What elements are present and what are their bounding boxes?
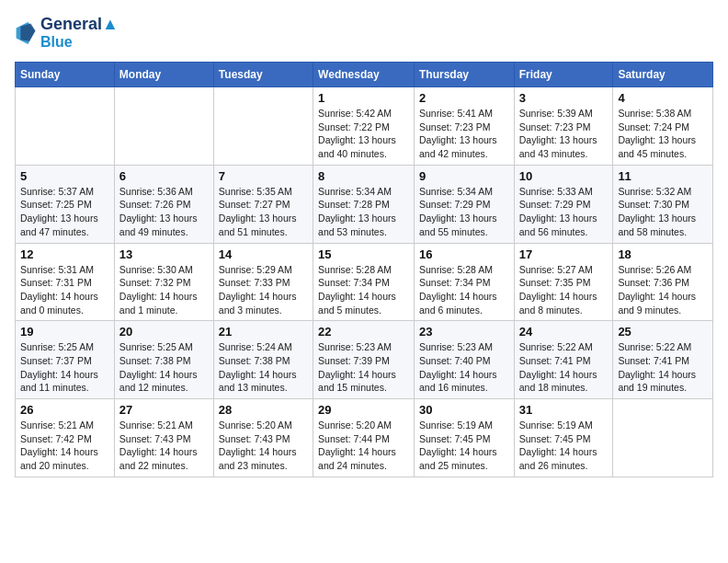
day-number: 1	[318, 91, 409, 105]
day-number: 16	[419, 247, 509, 261]
day-number: 31	[519, 403, 609, 417]
calendar-cell: 9Sunrise: 5:34 AM Sunset: 7:29 PM Daylig…	[414, 165, 514, 243]
day-info: Sunrise: 5:36 AM Sunset: 7:26 PM Dayligh…	[119, 185, 209, 239]
calendar-cell	[114, 87, 213, 166]
day-info: Sunrise: 5:39 AM Sunset: 7:23 PM Dayligh…	[519, 107, 609, 161]
calendar-cell: 10Sunrise: 5:33 AM Sunset: 7:29 PM Dayli…	[514, 165, 613, 243]
day-number: 21	[219, 325, 308, 339]
calendar-cell: 5Sunrise: 5:37 AM Sunset: 7:25 PM Daylig…	[16, 165, 115, 243]
day-info: Sunrise: 5:34 AM Sunset: 7:29 PM Dayligh…	[419, 185, 509, 239]
day-info: Sunrise: 5:28 AM Sunset: 7:34 PM Dayligh…	[318, 263, 409, 317]
day-info: Sunrise: 5:21 AM Sunset: 7:42 PM Dayligh…	[20, 419, 109, 473]
day-number: 8	[318, 169, 409, 183]
calendar-cell: 12Sunrise: 5:31 AM Sunset: 7:31 PM Dayli…	[16, 243, 115, 321]
day-info: Sunrise: 5:30 AM Sunset: 7:32 PM Dayligh…	[119, 263, 209, 317]
calendar-cell: 28Sunrise: 5:20 AM Sunset: 7:43 PM Dayli…	[213, 399, 313, 477]
calendar-body: 1Sunrise: 5:42 AM Sunset: 7:22 PM Daylig…	[16, 87, 713, 477]
day-number: 7	[219, 169, 308, 183]
weekday-header-saturday: Saturday	[613, 63, 713, 87]
day-number: 23	[419, 325, 509, 339]
day-number: 18	[618, 247, 708, 261]
calendar-cell: 22Sunrise: 5:23 AM Sunset: 7:39 PM Dayli…	[313, 321, 415, 399]
day-info: Sunrise: 5:23 AM Sunset: 7:40 PM Dayligh…	[419, 340, 509, 395]
day-info: Sunrise: 5:27 AM Sunset: 7:35 PM Dayligh…	[519, 263, 609, 317]
calendar-cell: 1Sunrise: 5:42 AM Sunset: 7:22 PM Daylig…	[313, 87, 415, 166]
calendar-week-1: 1Sunrise: 5:42 AM Sunset: 7:22 PM Daylig…	[16, 87, 713, 166]
day-info: Sunrise: 5:33 AM Sunset: 7:29 PM Dayligh…	[519, 185, 609, 239]
day-info: Sunrise: 5:38 AM Sunset: 7:24 PM Dayligh…	[618, 107, 708, 161]
day-number: 27	[119, 403, 209, 417]
calendar-cell	[613, 399, 713, 477]
day-info: Sunrise: 5:26 AM Sunset: 7:36 PM Dayligh…	[618, 263, 708, 317]
calendar-week-2: 5Sunrise: 5:37 AM Sunset: 7:25 PM Daylig…	[16, 165, 713, 243]
day-info: Sunrise: 5:31 AM Sunset: 7:31 PM Dayligh…	[20, 263, 109, 317]
day-number: 4	[618, 91, 708, 105]
day-number: 6	[119, 169, 209, 183]
day-info: Sunrise: 5:35 AM Sunset: 7:27 PM Dayligh…	[219, 185, 308, 239]
calendar-cell: 13Sunrise: 5:30 AM Sunset: 7:32 PM Dayli…	[114, 243, 213, 321]
weekday-header-sunday: Sunday	[16, 63, 115, 87]
calendar-cell: 19Sunrise: 5:25 AM Sunset: 7:37 PM Dayli…	[16, 321, 115, 399]
calendar-week-4: 19Sunrise: 5:25 AM Sunset: 7:37 PM Dayli…	[16, 321, 713, 399]
day-number: 22	[318, 325, 409, 339]
calendar-cell: 11Sunrise: 5:32 AM Sunset: 7:30 PM Dayli…	[613, 165, 713, 243]
logo: General▲ Blue	[15, 15, 119, 51]
day-number: 15	[318, 247, 409, 261]
day-number: 28	[219, 403, 308, 417]
day-number: 24	[519, 325, 609, 339]
day-number: 29	[318, 403, 409, 417]
calendar-week-3: 12Sunrise: 5:31 AM Sunset: 7:31 PM Dayli…	[16, 243, 713, 321]
day-info: Sunrise: 5:28 AM Sunset: 7:34 PM Dayligh…	[419, 263, 509, 317]
day-number: 3	[519, 91, 609, 105]
calendar-cell: 16Sunrise: 5:28 AM Sunset: 7:34 PM Dayli…	[414, 243, 514, 321]
day-info: Sunrise: 5:25 AM Sunset: 7:38 PM Dayligh…	[119, 340, 209, 395]
day-number: 11	[618, 169, 708, 183]
calendar-cell: 25Sunrise: 5:22 AM Sunset: 7:41 PM Dayli…	[613, 321, 713, 399]
calendar-cell: 2Sunrise: 5:41 AM Sunset: 7:23 PM Daylig…	[414, 87, 514, 166]
calendar-cell: 30Sunrise: 5:19 AM Sunset: 7:45 PM Dayli…	[414, 399, 514, 477]
day-info: Sunrise: 5:32 AM Sunset: 7:30 PM Dayligh…	[618, 185, 708, 239]
day-number: 12	[20, 247, 109, 261]
day-info: Sunrise: 5:19 AM Sunset: 7:45 PM Dayligh…	[419, 419, 509, 473]
day-number: 19	[20, 325, 109, 339]
day-info: Sunrise: 5:22 AM Sunset: 7:41 PM Dayligh…	[519, 340, 609, 395]
calendar-cell: 23Sunrise: 5:23 AM Sunset: 7:40 PM Dayli…	[414, 321, 514, 399]
day-info: Sunrise: 5:23 AM Sunset: 7:39 PM Dayligh…	[318, 340, 409, 395]
day-info: Sunrise: 5:42 AM Sunset: 7:22 PM Dayligh…	[318, 107, 409, 161]
day-info: Sunrise: 5:20 AM Sunset: 7:43 PM Dayligh…	[219, 419, 308, 473]
calendar-table: SundayMondayTuesdayWednesdayThursdayFrid…	[15, 62, 713, 477]
weekday-header-wednesday: Wednesday	[313, 63, 415, 87]
day-info: Sunrise: 5:21 AM Sunset: 7:43 PM Dayligh…	[119, 419, 209, 473]
calendar-cell: 6Sunrise: 5:36 AM Sunset: 7:26 PM Daylig…	[114, 165, 213, 243]
calendar-header: SundayMondayTuesdayWednesdayThursdayFrid…	[16, 63, 713, 87]
day-info: Sunrise: 5:37 AM Sunset: 7:25 PM Dayligh…	[20, 185, 109, 239]
day-number: 10	[519, 169, 609, 183]
weekday-header-monday: Monday	[114, 63, 213, 87]
day-info: Sunrise: 5:19 AM Sunset: 7:45 PM Dayligh…	[519, 419, 609, 473]
day-info: Sunrise: 5:34 AM Sunset: 7:28 PM Dayligh…	[318, 185, 409, 239]
weekday-header-thursday: Thursday	[414, 63, 514, 87]
day-info: Sunrise: 5:25 AM Sunset: 7:37 PM Dayligh…	[20, 340, 109, 395]
calendar-cell: 17Sunrise: 5:27 AM Sunset: 7:35 PM Dayli…	[514, 243, 613, 321]
calendar-cell: 31Sunrise: 5:19 AM Sunset: 7:45 PM Dayli…	[514, 399, 613, 477]
calendar-cell	[213, 87, 313, 166]
calendar-cell: 14Sunrise: 5:29 AM Sunset: 7:33 PM Dayli…	[213, 243, 313, 321]
calendar-cell: 24Sunrise: 5:22 AM Sunset: 7:41 PM Dayli…	[514, 321, 613, 399]
day-number: 20	[119, 325, 209, 339]
logo-text: General▲ Blue	[40, 15, 119, 51]
calendar-cell: 26Sunrise: 5:21 AM Sunset: 7:42 PM Dayli…	[16, 399, 115, 477]
day-number: 5	[20, 169, 109, 183]
calendar-cell: 4Sunrise: 5:38 AM Sunset: 7:24 PM Daylig…	[613, 87, 713, 166]
day-number: 14	[219, 247, 308, 261]
svg-marker-1	[20, 23, 35, 40]
calendar-cell: 18Sunrise: 5:26 AM Sunset: 7:36 PM Dayli…	[613, 243, 713, 321]
calendar-cell	[16, 87, 115, 166]
calendar-cell: 8Sunrise: 5:34 AM Sunset: 7:28 PM Daylig…	[313, 165, 415, 243]
calendar-cell: 21Sunrise: 5:24 AM Sunset: 7:38 PM Dayli…	[213, 321, 313, 399]
page-header: General▲ Blue	[15, 15, 713, 51]
weekday-header-friday: Friday	[514, 63, 613, 87]
calendar-cell: 15Sunrise: 5:28 AM Sunset: 7:34 PM Dayli…	[313, 243, 415, 321]
day-number: 25	[618, 325, 708, 339]
calendar-cell: 29Sunrise: 5:20 AM Sunset: 7:44 PM Dayli…	[313, 399, 415, 477]
day-info: Sunrise: 5:24 AM Sunset: 7:38 PM Dayligh…	[219, 340, 308, 395]
